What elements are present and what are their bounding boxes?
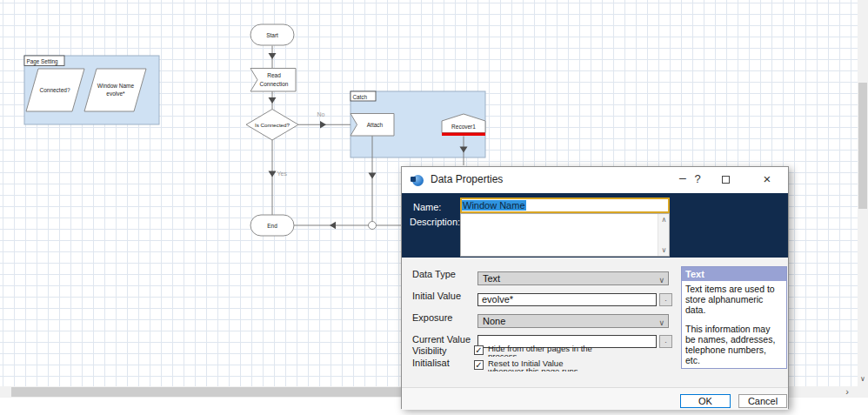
exposure-dropdown[interactable]: None ∨ [477, 314, 669, 328]
vertical-scrollbar-thumb[interactable] [858, 83, 867, 209]
scroll-right-icon[interactable]: › [838, 386, 856, 398]
blue-prism-process-studio: Page Setting Connected? Window Name evol… [0, 0, 868, 415]
dialog-title: Data Properties [431, 173, 503, 185]
visibility-checkbox-label: Hide from other pages in the process [488, 345, 658, 357]
initial-value-input[interactable]: evolve* [477, 293, 657, 306]
stage-decision-is-connected[interactable]: Is Connected? [246, 110, 298, 141]
vertical-scrollbar[interactable]: ∨ [858, 0, 868, 386]
maximize-button[interactable] [722, 176, 730, 184]
initialisation-checkbox[interactable]: ✓ [474, 360, 484, 370]
dialog-titlebar[interactable]: Data Properties – ? × [402, 167, 788, 193]
current-value-expression-button[interactable]: . [659, 335, 672, 348]
data-item-window-name-line1: Window Name [97, 83, 135, 89]
scrollbar-corner [858, 386, 868, 398]
data-type-value: Text [483, 273, 500, 284]
stage-end-label: End [267, 223, 277, 229]
page-setting-group[interactable]: Page Setting Connected? Window Name evol… [24, 56, 159, 124]
name-input[interactable]: Window Name [460, 197, 670, 213]
data-item-window-name-line2: evolve* [106, 90, 125, 97]
description-input[interactable]: ∧ ∨ [460, 213, 670, 257]
name-input-selected-text: Window Name [462, 200, 526, 211]
stage-read-connection-line1: Read [267, 72, 281, 78]
info-panel-header: Text [682, 267, 786, 281]
stage-start[interactable]: Start [250, 24, 294, 45]
info-panel-para1: Text items are used to store alphanumeri… [685, 284, 783, 315]
description-label: Description: [410, 217, 460, 227]
description-scrollbar[interactable]: ∧ ∨ [658, 214, 669, 256]
help-button[interactable]: ? [691, 171, 704, 188]
ok-button[interactable]: OK [680, 394, 731, 408]
name-label: Name: [413, 202, 441, 212]
stage-attach[interactable]: Attach [351, 114, 394, 137]
link-label-no: No [317, 111, 325, 117]
scroll-down-icon[interactable]: ∨ [858, 373, 868, 385]
data-type-info-panel: Text Text items are used to store alphan… [681, 266, 787, 369]
chevron-down-icon: ∨ [658, 317, 664, 329]
cancel-button[interactable]: Cancel [738, 394, 787, 408]
breakpoint-indicator [442, 133, 485, 137]
stage-start-label: Start [266, 32, 278, 38]
info-panel-para2: This information may be names, addresses… [685, 324, 783, 365]
stage-end[interactable]: End [250, 215, 294, 236]
chevron-down-icon: ∨ [658, 274, 664, 286]
data-properties-dialog: Data Properties – ? × Name: Window Name … [401, 166, 789, 409]
initialisation-label: Initialisat [412, 358, 450, 368]
data-item-icon [412, 175, 424, 186]
current-value-label: Current Value [412, 334, 471, 345]
link-label-yes: Yes [277, 171, 288, 177]
stage-attach-label: Attach [367, 122, 384, 128]
exposure-label: Exposure [412, 312, 452, 323]
scroll-up-icon[interactable]: ∧ [658, 216, 670, 224]
initial-value-label: Initial Value [412, 291, 461, 301]
visibility-checkbox[interactable]: ✓ [474, 345, 484, 355]
stage-read-connection-line2: Connection [260, 81, 289, 87]
minimize-button[interactable]: – [676, 169, 690, 186]
stage-decision-label: Is Connected? [255, 122, 290, 128]
exposure-value: None [483, 316, 505, 326]
stage-recover1-label: Recover1 [451, 124, 476, 130]
data-type-label: Data Type [412, 269, 456, 279]
data-item-connected-label: Connected? [39, 87, 70, 93]
close-button[interactable]: × [760, 171, 774, 188]
link-junction-node [369, 222, 377, 230]
catch-group-label: Catch [353, 94, 368, 100]
page-setting-group-label: Page Setting [27, 58, 59, 65]
scroll-down-icon[interactable]: ∨ [658, 246, 670, 254]
dialog-header-section: Name: Window Name Description: ∧ ∨ [402, 193, 788, 258]
initial-value-expression-button[interactable]: . [659, 293, 672, 306]
visibility-label: Visibility [412, 345, 447, 356]
data-type-dropdown[interactable]: Text ∨ [477, 271, 669, 285]
stage-read-connection[interactable]: Read Connection [250, 69, 296, 92]
initialisation-checkbox-label: Reset to Initial Value whenever this pag… [488, 359, 658, 371]
